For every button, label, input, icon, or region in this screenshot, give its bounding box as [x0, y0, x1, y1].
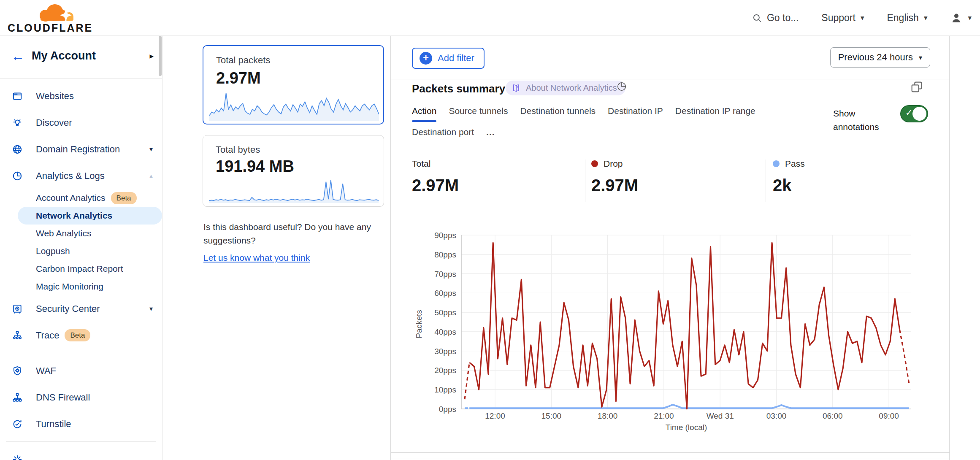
sidebar-item-more[interactable]: [0, 446, 162, 460]
svg-text:Time (local): Time (local): [666, 423, 707, 432]
sidebar-item-account-analytics[interactable]: Account AnalyticsBeta: [0, 189, 162, 207]
rotate-check-icon: [12, 419, 23, 430]
bulb-icon: [12, 117, 23, 128]
sidebar-item-label: Turnstile: [36, 419, 71, 430]
chevron-down-icon: ▾: [924, 14, 928, 22]
language-menu[interactable]: English ▾: [887, 12, 927, 24]
chevron-down-icon: ▾: [919, 54, 922, 62]
support-menu[interactable]: Support ▾: [821, 12, 864, 24]
account-menu[interactable]: ▾: [950, 12, 972, 24]
back-arrow-icon[interactable]: ←: [11, 49, 24, 64]
sidebar-nav: WebsitesDiscoverDomain Registration▾Anal…: [0, 78, 162, 460]
sidebar-divider: [6, 441, 156, 442]
sidebar-item-logpush[interactable]: Logpush: [0, 242, 162, 260]
sidebar-item-label: Network Analytics: [36, 211, 112, 221]
svg-text:03:00: 03:00: [766, 411, 787, 420]
sidebar-item-label: Websites: [36, 91, 74, 102]
svg-text:15:00: 15:00: [541, 411, 562, 420]
check-icon: ✓: [905, 108, 913, 118]
chevron-down-icon: ▾: [149, 305, 153, 313]
svg-text:20pps: 20pps: [434, 366, 456, 375]
card-top-border: [391, 79, 950, 79]
sidebar-item-dns-firewall[interactable]: DNS Firewall: [0, 384, 162, 411]
feedback-link[interactable]: Let us know what you think: [203, 251, 310, 265]
add-filter-button[interactable]: + Add filter: [412, 48, 485, 69]
sidebar-item-web-analytics[interactable]: Web Analytics: [0, 225, 162, 242]
chart-type-pie-icon[interactable]: [616, 81, 627, 92]
tab-source-tunnels[interactable]: Source tunnels: [449, 106, 508, 122]
beta-badge: Beta: [111, 192, 137, 204]
stat-drop[interactable]: Drop2.97M: [591, 157, 638, 195]
add-filter-label: Add filter: [438, 53, 474, 64]
sidebar-item-security-center[interactable]: Security Center▾: [0, 295, 162, 322]
shield-icon: [12, 365, 23, 376]
svg-text:12:00: 12:00: [485, 411, 505, 420]
svg-text:Wed 31: Wed 31: [707, 411, 734, 420]
tab-destination-ip-range[interactable]: Destination IP range: [675, 106, 755, 122]
main-panel: + Add filter Previous 24 hours ▾ Packets…: [390, 36, 950, 460]
sidebar-item-discover[interactable]: Discover: [0, 109, 162, 136]
language-label: English: [887, 12, 918, 24]
globe-icon: [12, 144, 23, 155]
topbar: CLOUDFLARE Go to... Support ▾ English ▾: [0, 0, 980, 36]
svg-text:09:00: 09:00: [879, 411, 899, 420]
cloudflare-cloud-icon: [8, 1, 84, 22]
sidebar-item-domain-registration[interactable]: Domain Registration▾: [0, 136, 162, 162]
sidebar-header: ← My Account ▸: [0, 36, 162, 78]
feedback-question: Is this dashboard useful? Do you have an…: [203, 220, 383, 247]
summary-card-total-bytes[interactable]: Total bytes191.94 MB: [203, 135, 384, 207]
tab-bar-row1: ActionSource tunnelsDestination tunnelsD…: [412, 106, 755, 122]
feedback-block: Is this dashboard useful? Do you have an…: [203, 220, 383, 265]
svg-text:70pps: 70pps: [434, 270, 456, 279]
tab-destination-ip[interactable]: Destination IP: [608, 106, 663, 122]
chevron-right-icon[interactable]: ▸: [149, 51, 154, 61]
sidebar-item-trace[interactable]: TraceBeta: [0, 322, 162, 349]
show-annotations-toggle[interactable]: ✓: [900, 105, 928, 122]
sidebar-item-label: Magic Monitoring: [36, 281, 103, 292]
sidebar-account-title: My Account: [32, 49, 96, 62]
svg-text:0pps: 0pps: [439, 405, 456, 414]
plus-icon: +: [420, 52, 432, 65]
book-icon: [511, 83, 521, 93]
sidebar-item-websites[interactable]: Websites: [0, 83, 162, 109]
goto-search[interactable]: Go to...: [752, 12, 799, 24]
trace-icon: [12, 330, 23, 341]
sidebar-item-waf[interactable]: WAF: [0, 357, 162, 384]
browser-icon: [12, 91, 23, 102]
sidebar: ← My Account ▸ WebsitesDiscoverDomain Re…: [0, 36, 162, 460]
search-icon: [752, 13, 763, 24]
chevron-down-icon: ▾: [968, 14, 972, 22]
copy-icon[interactable]: [910, 80, 923, 94]
sidebar-item-label: Account Analytics: [36, 193, 106, 203]
about-network-analytics-link[interactable]: About Network Analytics: [506, 81, 625, 95]
stat-pass[interactable]: Pass2k: [773, 157, 805, 195]
cloudflare-logo[interactable]: CLOUDFLARE: [8, 1, 84, 35]
svg-text:40pps: 40pps: [434, 327, 456, 336]
sidebar-item-label: Analytics & Logs: [36, 170, 105, 181]
time-range-dropdown[interactable]: Previous 24 hours ▾: [830, 47, 930, 68]
tab-destination-tunnels[interactable]: Destination tunnels: [520, 106, 596, 122]
svg-text:Packets: Packets: [414, 310, 423, 338]
sidebar-item-analytics-logs[interactable]: Analytics & Logs▴: [0, 162, 162, 189]
sidebar-item-turnstile[interactable]: Turnstile: [0, 411, 162, 437]
sidebar-item-magic-monitoring[interactable]: Magic Monitoring: [0, 278, 162, 295]
sidebar-item-label: WAF: [36, 365, 56, 376]
sidebar-item-label: Carbon Impact Report: [36, 264, 123, 274]
card-value: 191.94 MB: [216, 157, 294, 176]
sidebar-item-label: Discover: [36, 117, 72, 128]
tab-action[interactable]: Action: [412, 106, 436, 122]
sidebar-item-network-analytics[interactable]: Network Analytics: [18, 207, 162, 225]
sidebar-scrollbar[interactable]: [159, 36, 162, 76]
stat-value: 2.97M: [591, 176, 638, 195]
card-label: Total bytes: [216, 144, 260, 155]
sparkline-chart: [209, 176, 379, 204]
svg-text:30pps: 30pps: [434, 347, 456, 356]
chevron-down-icon: ▾: [861, 14, 864, 22]
next-card-top-border: [391, 458, 950, 458]
summary-card-total-packets[interactable]: Total packets2.97M: [203, 45, 384, 124]
sparkline-chart: [209, 89, 379, 122]
tab-destination-port[interactable]: Destination port: [412, 127, 474, 143]
beta-badge: Beta: [65, 329, 90, 341]
sidebar-item-carbon-impact-report[interactable]: Carbon Impact Report: [0, 260, 162, 278]
tab-overflow-button[interactable]: ...: [486, 127, 495, 143]
